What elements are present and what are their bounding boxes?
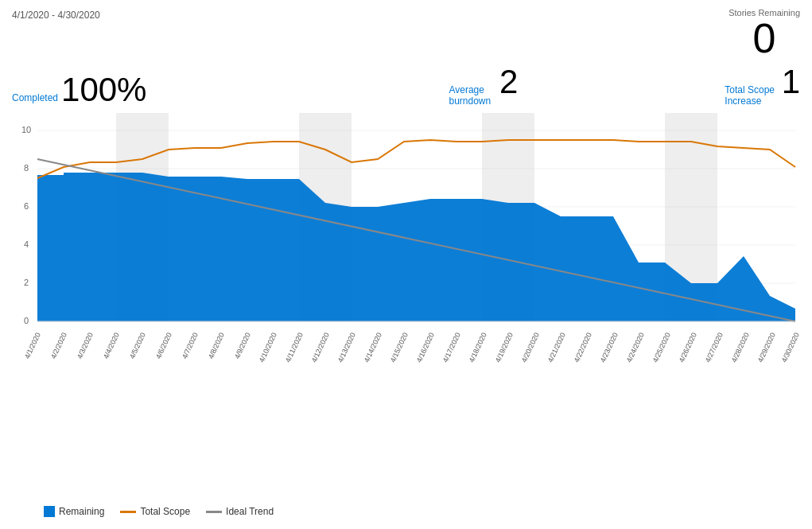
svg-text:4/30/2020: 4/30/2020 [780, 332, 800, 364]
svg-text:4/23/2020: 4/23/2020 [599, 332, 620, 364]
total-scope-legend-label: Total Scope [140, 506, 190, 517]
svg-text:4/22/2020: 4/22/2020 [573, 332, 593, 364]
svg-text:4/2/2020: 4/2/2020 [49, 332, 68, 360]
legend-total-scope: Total Scope [120, 506, 190, 517]
stories-remaining-widget: Stories Remaining 0 [728, 8, 800, 59]
svg-text:4/13/2020: 4/13/2020 [336, 332, 357, 364]
total-scope-stat: Total Scope Increase 1 [725, 65, 800, 107]
svg-text:4/28/2020: 4/28/2020 [730, 332, 751, 364]
ideal-trend-color-line [206, 511, 222, 513]
svg-text:4/7/2020: 4/7/2020 [181, 332, 200, 360]
svg-text:0: 0 [24, 316, 29, 325]
chart-legend: Remaining Total Scope Ideal Trend [12, 506, 800, 517]
burndown-chart: 10 8 6 4 2 0 [12, 113, 800, 503]
svg-text:4/1/2020: 4/1/2020 [23, 332, 42, 360]
svg-text:4/8/2020: 4/8/2020 [207, 332, 226, 360]
main-container: 4/1/2020 - 4/30/2020 Stories Remaining 0… [0, 0, 812, 529]
svg-text:4/17/2020: 4/17/2020 [441, 332, 462, 364]
total-scope-color-line [120, 511, 136, 513]
total-scope-value: 1 [782, 65, 800, 99]
svg-text:4/18/2020: 4/18/2020 [468, 332, 488, 364]
chart-area: 10 8 6 4 2 0 [12, 113, 800, 503]
svg-text:4/9/2020: 4/9/2020 [233, 332, 252, 360]
svg-text:10: 10 [21, 125, 31, 134]
svg-text:4/20/2020: 4/20/2020 [520, 332, 541, 364]
remaining-color-swatch [44, 506, 55, 517]
total-scope-label: Total Scope Increase [725, 84, 778, 107]
svg-text:8: 8 [24, 163, 29, 173]
svg-text:4/12/2020: 4/12/2020 [310, 332, 331, 364]
svg-text:4/24/2020: 4/24/2020 [625, 332, 646, 364]
date-range: 4/1/2020 - 4/30/2020 [12, 10, 100, 21]
svg-text:4/10/2020: 4/10/2020 [258, 332, 278, 364]
svg-text:4/19/2020: 4/19/2020 [494, 332, 515, 364]
legend-ideal-trend: Ideal Trend [206, 506, 274, 517]
stats-row: Completed 100% Average burndown 2 Total … [12, 65, 800, 107]
svg-text:4/6/2020: 4/6/2020 [154, 332, 173, 360]
svg-text:4/5/2020: 4/5/2020 [128, 332, 147, 360]
svg-text:4/16/2020: 4/16/2020 [415, 332, 436, 364]
legend-remaining: Remaining [44, 506, 104, 517]
completed-label: Completed [12, 92, 58, 103]
svg-text:4/15/2020: 4/15/2020 [389, 332, 410, 364]
svg-text:4/29/2020: 4/29/2020 [756, 332, 777, 364]
svg-text:4/11/2020: 4/11/2020 [284, 332, 305, 364]
completed-value: 100% [61, 73, 146, 107]
avg-burndown-label: Average burndown [449, 84, 496, 107]
header-row: 4/1/2020 - 4/30/2020 Stories Remaining 0 [12, 8, 800, 59]
svg-text:4/3/2020: 4/3/2020 [76, 332, 95, 360]
ideal-trend-legend-label: Ideal Trend [226, 506, 274, 517]
svg-text:2: 2 [24, 278, 29, 287]
remaining-legend-label: Remaining [59, 506, 104, 517]
avg-burndown-value: 2 [499, 65, 518, 99]
avg-burndown-stat: Average burndown 2 [449, 65, 518, 107]
svg-text:6: 6 [24, 201, 29, 211]
svg-text:4/14/2020: 4/14/2020 [363, 332, 383, 364]
svg-text:4/21/2020: 4/21/2020 [546, 332, 567, 364]
svg-text:4/25/2020: 4/25/2020 [651, 332, 672, 364]
svg-text:4: 4 [24, 239, 29, 249]
svg-text:4/4/2020: 4/4/2020 [102, 332, 121, 360]
svg-text:4/26/2020: 4/26/2020 [678, 332, 698, 364]
svg-text:4/27/2020: 4/27/2020 [704, 332, 725, 364]
completed-stat: Completed 100% [12, 73, 146, 107]
stories-remaining-value: 0 [753, 18, 776, 59]
